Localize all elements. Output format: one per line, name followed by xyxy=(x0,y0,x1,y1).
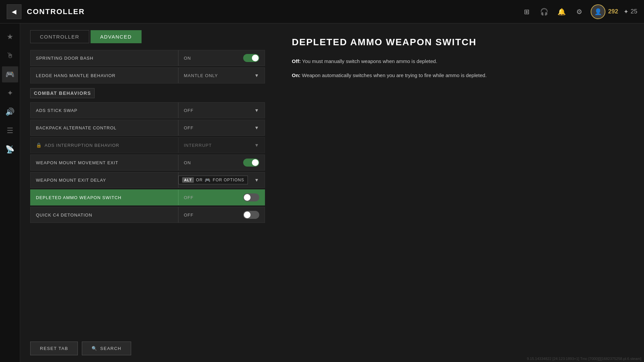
setting-row-quick-c4[interactable]: QUICK C4 DETONATION OFF xyxy=(30,207,265,223)
detail-paragraph-on: On: Weapon automatically switches when y… xyxy=(292,71,627,80)
settings-list: SPRINTING DOOR BASH ON LEDGE HANG MANTLE… xyxy=(30,50,265,355)
avatar-area[interactable]: 👤 292 xyxy=(591,4,618,19)
tooltip-badge: ALT or 🎮 for options xyxy=(178,176,248,184)
avatar: 👤 xyxy=(591,4,605,19)
toggle-weapon-mount-movement[interactable] xyxy=(243,159,259,167)
toggle-quick-c4[interactable] xyxy=(243,211,259,219)
main-content: CONTROLLER ADVANCED SPRINTING DOOR BASH … xyxy=(20,23,644,362)
search-label: SEARCH xyxy=(100,346,121,351)
setting-row-ledge-hang[interactable]: LEDGE HANG MANTLE BEHAVIOR MANTLE ONLY ▼ xyxy=(30,67,265,83)
bottom-bar: RESET TAB 🔍 SEARCH xyxy=(20,335,275,362)
currency-amount: 292 xyxy=(608,8,618,15)
sidebar-item-controller[interactable]: 🎮 xyxy=(2,66,18,82)
alt-badge: ALT xyxy=(182,177,194,183)
chevron-icon: ▼ xyxy=(254,108,259,113)
sidebar-item-ui[interactable]: ☰ xyxy=(2,123,18,139)
toggle-knob xyxy=(244,194,251,201)
topbar-right: ⊞ 🎧 🔔 ⚙ 👤 292 ✦ 25 xyxy=(521,4,637,19)
page-title: CONTROLLER xyxy=(27,7,85,16)
section-header-combat: COMBAT BEHAVIORS xyxy=(30,88,95,98)
chevron-icon: ▼ xyxy=(254,73,259,78)
sidebar-item-crossplay[interactable]: ✦ xyxy=(2,85,18,101)
ap-amount: 25 xyxy=(631,8,637,15)
setting-row-ads-interruption[interactable]: 🔒 ADS INTERRUPTION BEHAVIOR INTERRUPT ▼ xyxy=(30,137,265,153)
chevron-icon: ▼ xyxy=(254,177,259,183)
setting-row-weapon-mount-movement[interactable]: WEAPON MOUNT MOVEMENT EXIT ON xyxy=(30,155,265,171)
chevron-icon: ▼ xyxy=(254,125,259,130)
headphones-icon[interactable]: 🎧 xyxy=(538,6,550,18)
toggle-sprinting-door-bash[interactable] xyxy=(243,54,259,62)
ap-icon: ✦ xyxy=(624,8,629,15)
detail-on-prefix: On: xyxy=(292,72,301,78)
detail-paragraph-off: Off: You must manually switch weapons wh… xyxy=(292,57,627,66)
setting-row-ads-stick-swap[interactable]: ADS STICK SWAP OFF ▼ xyxy=(30,102,265,118)
detail-off-text: You must manually switch weapons when am… xyxy=(301,58,437,64)
ap-area: ✦ 25 xyxy=(624,8,637,15)
detail-on-text: Weapon automatically switches when you a… xyxy=(301,72,487,78)
back-button[interactable]: ◀ xyxy=(7,4,21,19)
reset-label: RESET TAB xyxy=(40,346,68,351)
controller-small-icon: 🎮 xyxy=(205,177,211,183)
toggle-knob xyxy=(244,212,251,218)
sidebar: ★ 🖱 🎮 ✦ 🔊 ☰ 📡 xyxy=(0,23,20,362)
detail-title: DEPLETED AMMO WEAPON SWITCH xyxy=(292,37,627,48)
bell-icon[interactable]: 🔔 xyxy=(556,6,568,18)
topbar: ◀ CONTROLLER ⊞ 🎧 🔔 ⚙ 👤 292 ✦ 25 xyxy=(0,0,644,23)
tab-controller[interactable]: CONTROLLER xyxy=(30,30,89,43)
debug-text: 9.15.14334822 [24:123:1893+1] Tmc [7000]… xyxy=(527,357,641,361)
right-panel: DEPLETED AMMO WEAPON SWITCH Off: You mus… xyxy=(275,23,644,362)
setting-row-depleted-ammo[interactable]: DEPLETED AMMO WEAPON SWITCH OFF xyxy=(30,189,265,205)
toggle-knob xyxy=(252,159,259,166)
search-icon: 🔍 xyxy=(92,346,98,351)
sidebar-item-network[interactable]: 📡 xyxy=(2,141,18,158)
sidebar-item-favorites[interactable]: ★ xyxy=(2,29,18,45)
toggle-depleted-ammo[interactable] xyxy=(243,193,259,201)
settings-icon[interactable]: ⚙ xyxy=(573,6,585,18)
sidebar-item-audio[interactable]: 🔊 xyxy=(2,104,18,120)
tab-advanced[interactable]: ADVANCED xyxy=(91,30,142,43)
chevron-icon: ▼ xyxy=(254,142,259,148)
setting-row-weapon-mount-delay[interactable]: WEAPON MOUNT EXIT DELAY MEDIUM ALT or 🎮 … xyxy=(30,172,265,188)
detail-off-prefix: Off: xyxy=(292,58,301,64)
reset-tab-button[interactable]: RESET TAB xyxy=(30,342,78,355)
toggle-knob xyxy=(252,55,259,61)
lock-icon: 🔒 xyxy=(36,142,42,148)
grid-icon[interactable]: ⊞ xyxy=(521,6,533,18)
tab-bar: CONTROLLER ADVANCED xyxy=(30,30,265,43)
left-panel: CONTROLLER ADVANCED SPRINTING DOOR BASH … xyxy=(20,23,275,362)
search-button[interactable]: 🔍 SEARCH xyxy=(82,342,131,355)
setting-row-sprinting-door-bash[interactable]: SPRINTING DOOR BASH ON xyxy=(30,50,265,66)
setting-row-backpack-alt[interactable]: BACKPACK ALTERNATE CONTROL OFF ▼ xyxy=(30,120,265,136)
sidebar-item-mouse[interactable]: 🖱 xyxy=(2,48,18,64)
